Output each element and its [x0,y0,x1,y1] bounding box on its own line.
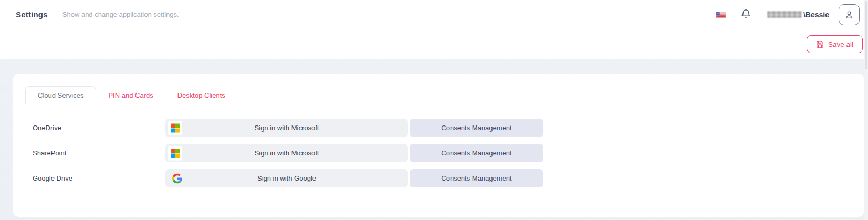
username: \Bessie [767,11,829,19]
page-subtitle: Show and change application settings. [62,11,179,18]
user-icon [844,9,854,20]
tab-desktop-clients[interactable]: Desktop Clients [165,87,237,104]
username-suffix: \Bessie [803,11,829,19]
save-all-button[interactable]: Save all [807,35,863,53]
bell-icon [740,9,751,20]
page-title: Settings [16,10,48,19]
sharepoint-signin-button[interactable]: Sign in with Microsoft [165,144,408,162]
settings-card: Cloud Services PIN and Cards Desktop Cli… [13,74,864,217]
service-row-sharepoint: SharePoint Sign in with Microsoft Consen… [33,144,864,162]
vertical-scrollbar[interactable] [864,0,868,220]
onedrive-signin-button[interactable]: Sign in with Microsoft [165,119,408,137]
signin-label: Sign in with Google [257,174,316,182]
us-flag-icon [716,12,726,18]
username-domain-redacted [767,11,802,18]
consents-label: Consents Management [441,124,511,132]
language-selector[interactable] [716,12,726,18]
header-actions: \Bessie [716,4,860,25]
action-toolbar: Save all [0,29,868,59]
tab-cloud-services[interactable]: Cloud Services [25,86,96,104]
app-header: Settings Show and change application set… [0,0,868,29]
consents-label: Consents Management [441,174,511,182]
consents-label: Consents Management [441,149,511,157]
onedrive-consents-button[interactable]: Consents Management [410,119,543,137]
service-name: Google Drive [33,174,165,182]
signin-label: Sign in with Microsoft [255,149,319,157]
service-row-onedrive: OneDrive Sign in with Microsoft Consents… [33,119,864,137]
sharepoint-consents-button[interactable]: Consents Management [410,144,543,162]
google-drive-signin-button[interactable]: Sign in with Google [165,169,408,187]
tab-pin-and-cards[interactable]: PIN and Cards [96,87,165,104]
profile-button[interactable] [839,4,860,25]
service-name: OneDrive [33,124,165,132]
microsoft-logo [168,121,182,135]
settings-tab-bar: Cloud Services PIN and Cards Desktop Cli… [25,86,806,104]
notifications-button[interactable] [740,9,751,20]
floppy-disk-icon [816,40,824,48]
cloud-services-list: OneDrive Sign in with Microsoft Consents… [33,119,864,187]
service-name: SharePoint [33,149,165,157]
google-logo [172,173,182,183]
scrollbar-thumb[interactable] [865,1,867,69]
service-row-google-drive: Google Drive Sign in with Google Consent… [33,169,864,187]
save-all-label: Save all [828,40,853,48]
google-drive-consents-button[interactable]: Consents Management [410,169,543,187]
microsoft-logo [168,146,182,160]
signin-label: Sign in with Microsoft [255,124,319,132]
